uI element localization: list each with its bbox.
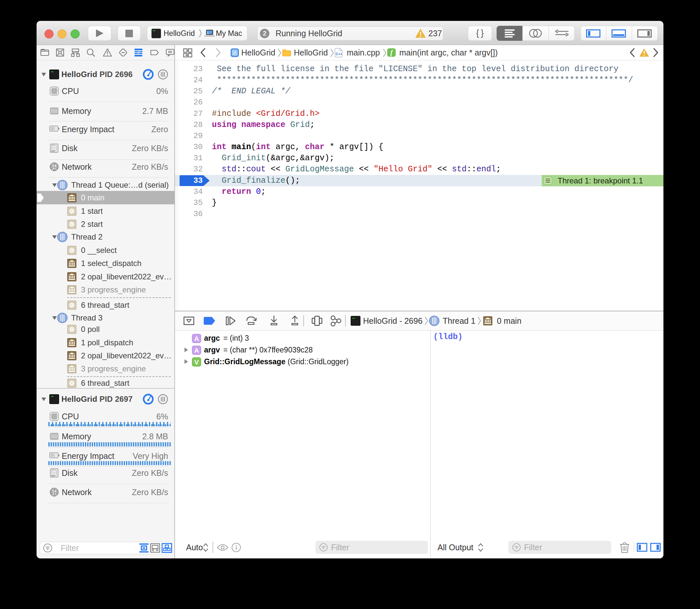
svg-text:C++: C++ xyxy=(336,52,342,56)
